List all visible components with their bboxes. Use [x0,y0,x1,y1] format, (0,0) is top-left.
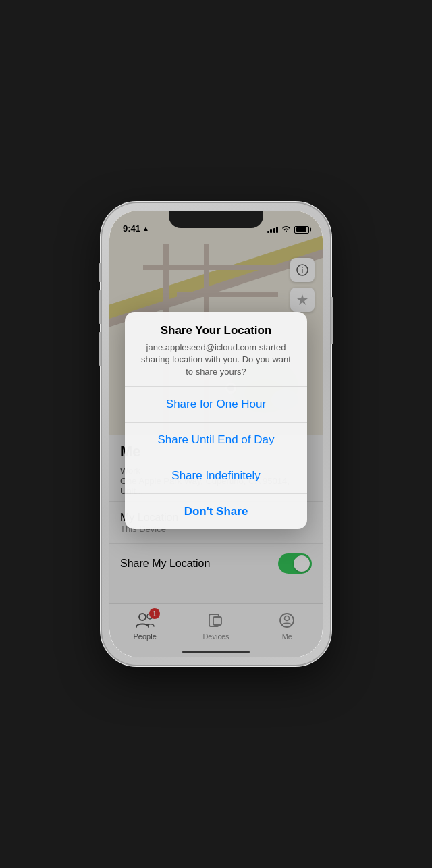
status-icons [267,225,310,234]
share-end-of-day-label: Share Until End of Day [158,433,275,446]
signal-bars-icon [267,226,279,233]
modal-header: Share Your Location jane.appleseed@iclou… [125,312,307,387]
share-location-modal: Share Your Location jane.appleseed@iclou… [125,312,307,530]
dont-share-label: Don't Share [184,505,248,518]
notch [169,211,263,228]
share-one-hour-label: Share for One Hour [166,398,266,410]
share-one-hour-button[interactable]: Share for One Hour [125,387,307,423]
share-indefinitely-button[interactable]: Share Indefinitely [125,458,307,494]
phone-frame: 9:41 ▲ [101,202,331,666]
home-indicator [182,651,250,653]
mute-button[interactable] [99,263,101,282]
dont-share-button[interactable]: Don't Share [125,494,307,529]
phone-screen: 9:41 ▲ [109,211,323,657]
time-display: 9:41 [123,223,140,234]
power-button[interactable] [331,297,333,344]
location-arrow-icon: ▲ [142,225,149,232]
battery-icon [294,226,309,234]
wifi-icon [281,225,291,234]
modal-message: jane.appleseed@icloud.com started sharin… [138,342,294,379]
share-end-of-day-button[interactable]: Share Until End of Day [125,423,307,458]
modal-title: Share Your Location [138,324,294,337]
volume-down-button[interactable] [99,332,101,366]
share-indefinitely-label: Share Indefinitely [171,469,260,482]
status-time: 9:41 ▲ [123,223,149,234]
volume-up-button[interactable] [99,290,101,324]
modal-overlay: Share Your Location jane.appleseed@iclou… [109,211,323,657]
